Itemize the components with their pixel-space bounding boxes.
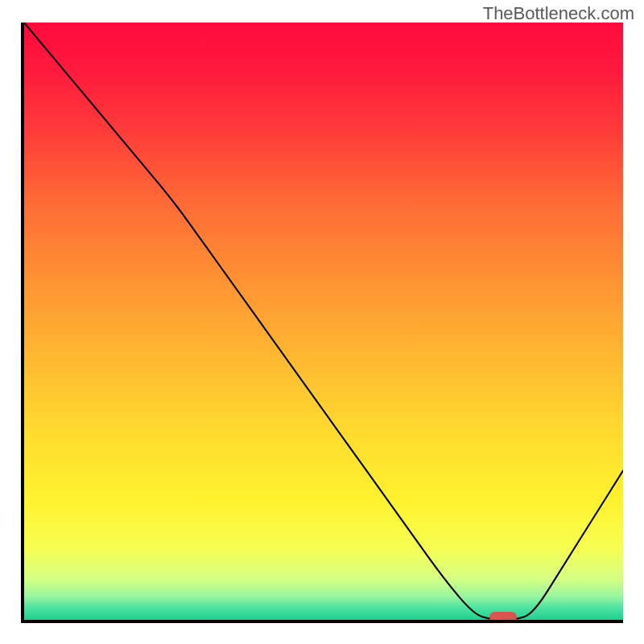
minimum-marker	[489, 612, 517, 622]
watermark-text: TheBottleneck.com	[483, 3, 634, 24]
bottleneck-curve	[24, 23, 623, 620]
plot-area	[21, 23, 623, 623]
bottleneck-chart-figure: TheBottleneck.com	[0, 0, 644, 644]
